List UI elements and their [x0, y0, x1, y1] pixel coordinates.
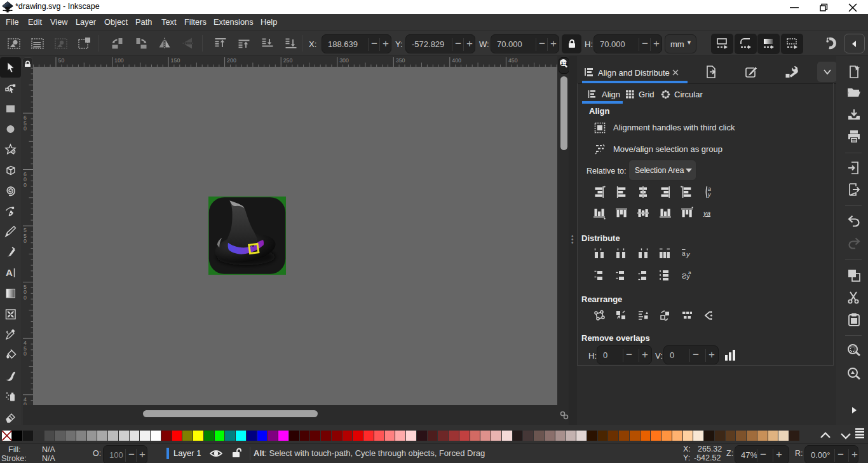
- svg-text:450: 450: [508, 57, 518, 64]
- svg-text:1:1: 1:1: [561, 60, 568, 66]
- svg-text:250: 250: [283, 57, 293, 64]
- svg-text:A: A: [6, 267, 13, 278]
- svg-text:a: a: [688, 270, 691, 275]
- svg-text:400: 400: [452, 57, 461, 64]
- svg-text:350: 350: [396, 57, 405, 64]
- svg-text:0: 0: [24, 294, 27, 301]
- svg-text:300: 300: [339, 57, 349, 64]
- svg-text:a: a: [682, 250, 686, 257]
- svg-text:0: 0: [24, 238, 27, 244]
- svg-text:200: 200: [227, 57, 236, 64]
- svg-text:0: 0: [24, 350, 27, 357]
- svg-text:100: 100: [114, 57, 124, 64]
- svg-text:y: y: [707, 191, 711, 198]
- svg-text:0: 0: [24, 125, 27, 132]
- svg-text:ya: ya: [703, 209, 710, 217]
- svg-text:50: 50: [58, 57, 65, 64]
- svg-text:0: 0: [24, 182, 27, 188]
- svg-text:150: 150: [171, 57, 180, 64]
- svg-text:y: y: [686, 251, 691, 258]
